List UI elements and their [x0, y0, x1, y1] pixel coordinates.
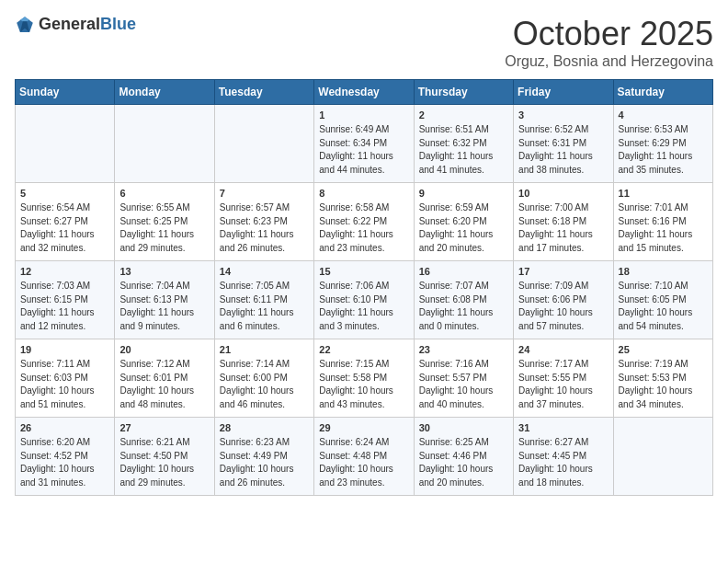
calendar-cell: 3Sunrise: 6:52 AM Sunset: 6:31 PM Daylig… — [514, 105, 613, 183]
calendar-cell: 19Sunrise: 7:11 AM Sunset: 6:03 PM Dayli… — [16, 339, 115, 418]
day-number: 14 — [220, 266, 309, 277]
calendar-cell: 7Sunrise: 6:57 AM Sunset: 6:23 PM Daylig… — [214, 183, 313, 261]
calendar-cell: 27Sunrise: 6:21 AM Sunset: 4:50 PM Dayli… — [115, 418, 214, 496]
day-content: Sunrise: 6:24 AM Sunset: 4:48 PM Dayligh… — [319, 436, 408, 489]
logo-general: GeneralBlue — [39, 16, 136, 34]
day-number: 27 — [119, 422, 209, 433]
day-content: Sunrise: 6:54 AM Sunset: 6:27 PM Dayligh… — [20, 201, 109, 255]
day-number: 16 — [419, 266, 508, 277]
col-tuesday: Tuesday — [214, 80, 313, 105]
month-title: October 2025 — [505, 15, 713, 53]
calendar-cell: 13Sunrise: 7:04 AM Sunset: 6:13 PM Dayli… — [115, 261, 214, 339]
calendar-cell: 12Sunrise: 7:03 AM Sunset: 6:15 PM Dayli… — [16, 261, 115, 339]
day-content: Sunrise: 6:51 AM Sunset: 6:32 PM Dayligh… — [419, 123, 508, 177]
calendar-cell: 1Sunrise: 6:49 AM Sunset: 6:34 PM Daylig… — [314, 105, 414, 183]
calendar-cell: 30Sunrise: 6:25 AM Sunset: 4:46 PM Dayli… — [414, 418, 513, 496]
calendar-week-4: 19Sunrise: 7:11 AM Sunset: 6:03 PM Dayli… — [16, 339, 713, 418]
day-content: Sunrise: 7:09 AM Sunset: 6:06 PM Dayligh… — [518, 280, 608, 333]
day-number: 10 — [518, 188, 608, 199]
day-content: Sunrise: 6:53 AM Sunset: 6:29 PM Dayligh… — [619, 123, 708, 177]
day-number: 13 — [119, 266, 209, 277]
day-content: Sunrise: 6:57 AM Sunset: 6:23 PM Dayligh… — [220, 201, 309, 255]
day-content: Sunrise: 6:59 AM Sunset: 6:20 PM Dayligh… — [419, 201, 508, 255]
day-content: Sunrise: 6:49 AM Sunset: 6:34 PM Dayligh… — [319, 123, 408, 177]
day-number: 2 — [419, 109, 508, 121]
day-number: 7 — [220, 188, 309, 199]
day-content: Sunrise: 6:55 AM Sunset: 6:25 PM Dayligh… — [119, 201, 209, 255]
calendar-cell: 26Sunrise: 6:20 AM Sunset: 4:52 PM Dayli… — [16, 418, 115, 496]
day-content: Sunrise: 6:58 AM Sunset: 6:22 PM Dayligh… — [319, 201, 408, 255]
day-content: Sunrise: 7:07 AM Sunset: 6:08 PM Dayligh… — [419, 280, 508, 333]
calendar-cell: 18Sunrise: 7:10 AM Sunset: 6:05 PM Dayli… — [613, 261, 712, 339]
day-number: 15 — [319, 266, 408, 277]
day-number: 12 — [20, 266, 109, 277]
logo: GeneralBlue — [15, 15, 136, 35]
calendar-cell: 22Sunrise: 7:15 AM Sunset: 5:58 PM Dayli… — [314, 339, 414, 418]
calendar-week-1: 1Sunrise: 6:49 AM Sunset: 6:34 PM Daylig… — [16, 105, 713, 183]
day-content: Sunrise: 7:11 AM Sunset: 6:03 PM Dayligh… — [20, 358, 109, 411]
calendar-cell: 16Sunrise: 7:07 AM Sunset: 6:08 PM Dayli… — [414, 261, 513, 339]
calendar-cell: 4Sunrise: 6:53 AM Sunset: 6:29 PM Daylig… — [613, 105, 712, 183]
day-content: Sunrise: 6:23 AM Sunset: 4:49 PM Dayligh… — [220, 436, 309, 489]
calendar-cell: 11Sunrise: 7:01 AM Sunset: 6:16 PM Dayli… — [613, 183, 712, 261]
calendar-cell: 25Sunrise: 7:19 AM Sunset: 5:53 PM Dayli… — [613, 339, 712, 418]
day-number: 8 — [319, 188, 408, 199]
day-content: Sunrise: 6:20 AM Sunset: 4:52 PM Dayligh… — [20, 436, 109, 489]
day-content: Sunrise: 7:10 AM Sunset: 6:05 PM Dayligh… — [619, 280, 708, 333]
calendar-cell: 8Sunrise: 6:58 AM Sunset: 6:22 PM Daylig… — [314, 183, 414, 261]
col-thursday: Thursday — [414, 80, 513, 105]
day-content: Sunrise: 7:05 AM Sunset: 6:11 PM Dayligh… — [220, 280, 309, 333]
day-content: Sunrise: 7:04 AM Sunset: 6:13 PM Dayligh… — [119, 280, 209, 333]
logo-icon — [15, 15, 35, 35]
calendar-cell: 2Sunrise: 6:51 AM Sunset: 6:32 PM Daylig… — [414, 105, 513, 183]
day-content: Sunrise: 6:25 AM Sunset: 4:46 PM Dayligh… — [419, 436, 508, 489]
day-content: Sunrise: 7:15 AM Sunset: 5:58 PM Dayligh… — [319, 358, 408, 411]
calendar-cell: 20Sunrise: 7:12 AM Sunset: 6:01 PM Dayli… — [115, 339, 214, 418]
calendar-table: Sunday Monday Tuesday Wednesday Thursday… — [15, 79, 713, 496]
calendar-cell: 9Sunrise: 6:59 AM Sunset: 6:20 PM Daylig… — [414, 183, 513, 261]
day-number: 24 — [518, 344, 608, 355]
header-row: Sunday Monday Tuesday Wednesday Thursday… — [16, 80, 713, 105]
day-number: 19 — [20, 344, 109, 355]
col-wednesday: Wednesday — [314, 80, 414, 105]
col-saturday: Saturday — [613, 80, 712, 105]
day-number: 9 — [419, 188, 508, 199]
day-number: 3 — [518, 109, 608, 121]
calendar-cell: 10Sunrise: 7:00 AM Sunset: 6:18 PM Dayli… — [514, 183, 613, 261]
day-content: Sunrise: 7:12 AM Sunset: 6:01 PM Dayligh… — [119, 358, 209, 411]
day-content: Sunrise: 7:14 AM Sunset: 6:00 PM Dayligh… — [220, 358, 309, 411]
day-number: 28 — [220, 422, 309, 433]
day-content: Sunrise: 7:03 AM Sunset: 6:15 PM Dayligh… — [20, 280, 109, 333]
day-number: 18 — [619, 266, 708, 277]
calendar-cell: 15Sunrise: 7:06 AM Sunset: 6:10 PM Dayli… — [314, 261, 414, 339]
calendar-cell: 31Sunrise: 6:27 AM Sunset: 4:45 PM Dayli… — [514, 418, 613, 496]
day-number: 1 — [319, 109, 408, 121]
calendar-cell: 14Sunrise: 7:05 AM Sunset: 6:11 PM Dayli… — [214, 261, 313, 339]
day-number: 22 — [319, 344, 408, 355]
calendar-cell — [214, 105, 313, 183]
svg-marker-1 — [20, 17, 29, 21]
day-number: 21 — [220, 344, 309, 355]
calendar-cell — [16, 105, 115, 183]
calendar-cell: 28Sunrise: 6:23 AM Sunset: 4:49 PM Dayli… — [214, 418, 313, 496]
day-number: 25 — [619, 344, 708, 355]
day-content: Sunrise: 7:00 AM Sunset: 6:18 PM Dayligh… — [518, 201, 608, 255]
day-number: 4 — [619, 109, 708, 121]
page-header: GeneralBlue October 2025 Orguz, Bosnia a… — [15, 15, 713, 70]
calendar-cell — [613, 418, 712, 496]
day-number: 5 — [20, 188, 109, 199]
col-monday: Monday — [115, 80, 214, 105]
day-number: 6 — [119, 188, 209, 199]
calendar-week-2: 5Sunrise: 6:54 AM Sunset: 6:27 PM Daylig… — [16, 183, 713, 261]
day-content: Sunrise: 7:17 AM Sunset: 5:55 PM Dayligh… — [518, 358, 608, 411]
calendar-cell: 29Sunrise: 6:24 AM Sunset: 4:48 PM Dayli… — [314, 418, 414, 496]
day-number: 11 — [619, 188, 708, 199]
day-content: Sunrise: 7:19 AM Sunset: 5:53 PM Dayligh… — [619, 358, 708, 411]
calendar-cell: 21Sunrise: 7:14 AM Sunset: 6:00 PM Dayli… — [214, 339, 313, 418]
calendar-week-3: 12Sunrise: 7:03 AM Sunset: 6:15 PM Dayli… — [16, 261, 713, 339]
day-number: 20 — [119, 344, 209, 355]
day-content: Sunrise: 7:06 AM Sunset: 6:10 PM Dayligh… — [319, 280, 408, 333]
calendar-cell: 6Sunrise: 6:55 AM Sunset: 6:25 PM Daylig… — [115, 183, 214, 261]
col-friday: Friday — [514, 80, 613, 105]
day-number: 26 — [20, 422, 109, 433]
